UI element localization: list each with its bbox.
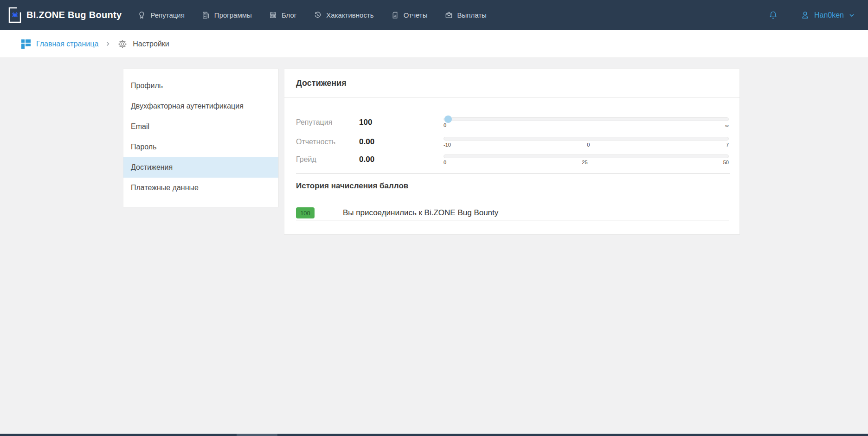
navbar-right: Han0ken [768, 10, 855, 20]
sidebar-item-achievements[interactable]: Достижения [123, 157, 278, 178]
bizone-logo-icon [8, 6, 22, 24]
content-area: Профиль Двухфакторная аутентификация Ema… [0, 58, 868, 434]
tick-min: 0 [444, 160, 446, 165]
tick-min: 0 [444, 122, 446, 128]
reporting-scale-track [444, 137, 729, 141]
gear-icon [117, 39, 128, 49]
horizontal-scrollbar-thumb[interactable] [237, 434, 277, 436]
sidebar-item-label: Двухфакторная аутентификация [131, 102, 244, 110]
stat-value: 0.00 [359, 137, 444, 147]
points-badge: 100 [296, 207, 315, 218]
tick-min: -10 [444, 142, 451, 147]
top-navbar: BI.ZONE Bug Bounty Репутация [0, 0, 868, 30]
footer-edge [0, 434, 868, 436]
panel-title: Достижения [284, 69, 739, 98]
tick-mid: 25 [582, 160, 587, 165]
nav-label: Программы [214, 11, 252, 19]
sidebar-item-label: Email [131, 122, 149, 131]
nav-item-blog[interactable]: Блог [269, 11, 296, 19]
stat-label: Грейд [296, 155, 359, 164]
grade-scale-track [444, 154, 729, 158]
notifications-bell-icon[interactable] [768, 10, 778, 20]
user-icon [800, 10, 810, 20]
dashboard-tiles-icon [21, 39, 31, 49]
history-section-title: История начисления баллов [296, 181, 408, 191]
nav-label: Хакактивность [326, 11, 373, 19]
report-icon [391, 11, 399, 19]
sidebar-item-2fa[interactable]: Двухфакторная аутентификация [123, 96, 278, 116]
main-nav: Репутация Программы [137, 11, 486, 19]
nav-item-reports[interactable]: Отчеты [391, 11, 428, 19]
breadcrumb-home-label: Главная страница [36, 40, 98, 48]
stat-scale: 0 25 50 [444, 154, 729, 165]
tick-max: 7 [726, 142, 729, 147]
sidebar-item-label: Профиль [131, 82, 163, 90]
stat-row-grade: Грейд 0.00 0 25 50 [296, 150, 729, 169]
breadcrumb: Главная страница [0, 30, 868, 58]
breadcrumb-current-label: Настройки [133, 40, 169, 48]
stat-value: 0.00 [359, 155, 444, 164]
section-divider [296, 173, 730, 173]
breadcrumb-home-link[interactable]: Главная страница [21, 39, 98, 49]
stat-label: Репутация [296, 118, 359, 127]
sidebar-item-label: Платежные данные [131, 184, 199, 192]
tick-mid: 0 [587, 142, 590, 147]
tick-max: 50 [723, 160, 729, 165]
reputation-scale-handle[interactable] [444, 115, 452, 123]
stat-value: 100 [359, 118, 444, 127]
sidebar-item-label: Достижения [131, 163, 173, 172]
sidebar-item-profile[interactable]: Профиль [123, 76, 278, 96]
stat-row-reputation: Репутация 100 0 ∞ [296, 113, 729, 132]
nav-label: Выплаты [457, 11, 487, 19]
breadcrumb-separator-icon [105, 41, 111, 47]
sidebar-item-password[interactable]: Пароль [123, 137, 278, 157]
stat-scale: -10 0 7 [444, 137, 729, 147]
newspaper-icon [269, 11, 277, 19]
username: Han0ken [814, 11, 844, 19]
history-entry-row: 100 Вы присоединились к Bi.ZONE Bug Boun… [296, 207, 729, 220]
brand-logo[interactable]: BI.ZONE Bug Bounty [8, 6, 122, 24]
stat-label: Отчетность [296, 138, 359, 146]
nav-item-programs[interactable]: Программы [201, 11, 252, 19]
breadcrumb-current: Настройки [117, 39, 169, 49]
scale-ticks: -10 0 7 [444, 142, 729, 147]
building-icon [201, 11, 210, 19]
stat-scale: 0 ∞ [444, 117, 729, 128]
history-entry-text: Вы присоединились к Bi.ZONE Bug Bounty [343, 207, 498, 218]
achievements-panel: Достижения Репутация 100 0 ∞ [284, 69, 740, 235]
nav-item-reputation[interactable]: Репутация [137, 11, 184, 19]
medal-icon [137, 11, 146, 19]
stat-row-reporting: Отчетность 0.00 -10 0 7 [296, 133, 729, 151]
chevron-down-icon [848, 12, 855, 19]
sidebar-item-email[interactable]: Email [123, 116, 278, 137]
sidebar-item-label: Пароль [131, 143, 157, 151]
tick-max: ∞ [725, 122, 729, 128]
scale-ticks: 0 25 50 [444, 160, 729, 165]
nav-item-payouts[interactable]: Выплаты [444, 11, 487, 19]
nav-label: Блог [282, 11, 296, 19]
nav-label: Отчеты [404, 11, 428, 19]
reputation-scale-track [444, 117, 729, 121]
sidebar-item-payment-data[interactable]: Платежные данные [123, 178, 278, 198]
app-window: BI.ZONE Bug Bounty Репутация [0, 0, 868, 436]
nav-label: Репутация [150, 11, 184, 19]
nav-item-hackactivity[interactable]: Хакактивность [313, 11, 373, 19]
user-menu[interactable]: Han0ken [800, 10, 855, 20]
brand-title: BI.ZONE Bug Bounty [26, 10, 122, 20]
settings-menu: Профиль Двухфакторная аутентификация Ema… [123, 69, 279, 207]
history-icon [313, 11, 322, 19]
scale-ticks: 0 ∞ [444, 122, 729, 128]
briefcase-icon [444, 11, 453, 19]
